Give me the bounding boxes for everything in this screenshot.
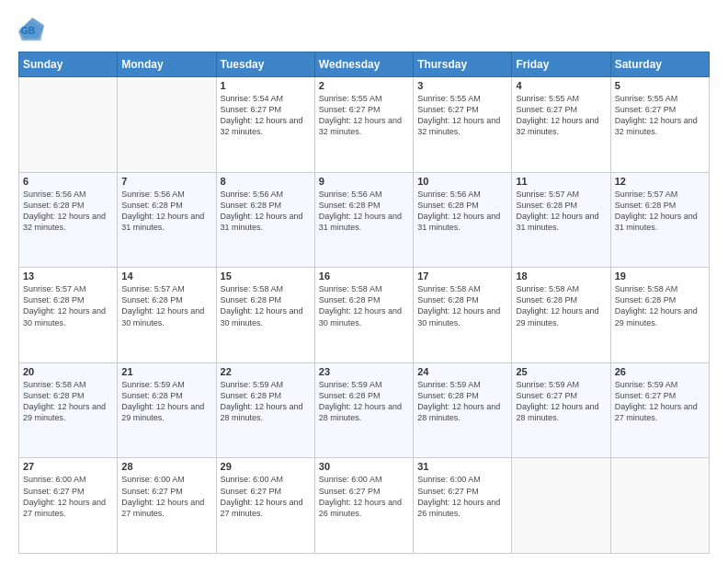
calendar-cell: 2Sunrise: 5:55 AMSunset: 6:27 PMDaylight… [314, 77, 413, 173]
day-info: Sunrise: 6:00 AMSunset: 6:27 PMDaylight:… [417, 474, 507, 519]
calendar-cell [610, 458, 709, 554]
calendar-cell: 21Sunrise: 5:59 AMSunset: 6:28 PMDayligh… [118, 362, 216, 458]
calendar-cell: 20Sunrise: 5:58 AMSunset: 6:28 PMDayligh… [19, 362, 118, 458]
day-number: 11 [516, 176, 606, 187]
calendar-cell: 31Sunrise: 6:00 AMSunset: 6:27 PMDayligh… [414, 458, 512, 554]
calendar-cell: 27Sunrise: 6:00 AMSunset: 6:27 PMDayligh… [19, 458, 118, 554]
day-number: 16 [319, 270, 409, 282]
day-number: 9 [319, 176, 409, 187]
weekday-header: Monday [118, 52, 216, 77]
calendar-cell: 10Sunrise: 5:56 AMSunset: 6:28 PMDayligh… [414, 172, 512, 268]
day-number: 2 [319, 80, 409, 91]
calendar-week-row: 1Sunrise: 5:54 AMSunset: 6:27 PMDaylight… [19, 77, 710, 173]
day-info: Sunrise: 5:55 AMSunset: 6:27 PMDaylight:… [417, 93, 507, 138]
day-info: Sunrise: 5:59 AMSunset: 6:28 PMDaylight:… [319, 379, 409, 424]
day-number: 30 [319, 461, 409, 472]
day-info: Sunrise: 5:57 AMSunset: 6:28 PMDaylight:… [23, 283, 113, 328]
day-number: 18 [516, 270, 606, 282]
day-info: Sunrise: 6:00 AMSunset: 6:27 PMDaylight:… [319, 474, 409, 519]
weekday-header: Wednesday [314, 52, 413, 77]
day-info: Sunrise: 5:55 AMSunset: 6:27 PMDaylight:… [319, 93, 409, 138]
calendar-week-row: 20Sunrise: 5:58 AMSunset: 6:28 PMDayligh… [19, 362, 710, 458]
calendar-cell: 18Sunrise: 5:58 AMSunset: 6:28 PMDayligh… [512, 268, 610, 363]
day-number: 12 [615, 176, 705, 187]
calendar-cell: 29Sunrise: 6:00 AMSunset: 6:27 PMDayligh… [216, 458, 314, 554]
calendar-cell: 8Sunrise: 5:56 AMSunset: 6:28 PMDaylight… [216, 172, 314, 268]
header: GB [18, 17, 710, 42]
day-info: Sunrise: 5:57 AMSunset: 6:28 PMDaylight:… [516, 189, 606, 234]
day-number: 25 [516, 366, 606, 377]
page: GB SundayMondayTuesdayWednesdayThursdayF… [0, 0, 728, 563]
day-number: 1 [221, 80, 311, 91]
calendar-cell: 23Sunrise: 5:59 AMSunset: 6:28 PMDayligh… [314, 362, 413, 458]
calendar-cell: 22Sunrise: 5:59 AMSunset: 6:28 PMDayligh… [216, 362, 314, 458]
day-info: Sunrise: 5:59 AMSunset: 6:28 PMDaylight:… [417, 379, 507, 424]
day-info: Sunrise: 5:59 AMSunset: 6:28 PMDaylight:… [221, 379, 311, 424]
day-info: Sunrise: 5:55 AMSunset: 6:27 PMDaylight:… [615, 93, 705, 138]
calendar-cell: 9Sunrise: 5:56 AMSunset: 6:28 PMDaylight… [314, 172, 413, 268]
calendar-cell: 1Sunrise: 5:54 AMSunset: 6:27 PMDaylight… [216, 77, 314, 173]
day-number: 4 [516, 80, 606, 91]
day-number: 10 [417, 176, 507, 187]
day-info: Sunrise: 5:56 AMSunset: 6:28 PMDaylight:… [319, 189, 409, 234]
day-number: 17 [417, 270, 507, 282]
calendar-week-row: 6Sunrise: 5:56 AMSunset: 6:28 PMDaylight… [19, 172, 710, 268]
calendar-cell: 30Sunrise: 6:00 AMSunset: 6:27 PMDayligh… [314, 458, 413, 554]
calendar-cell: 17Sunrise: 5:58 AMSunset: 6:28 PMDayligh… [414, 268, 512, 363]
day-info: Sunrise: 5:57 AMSunset: 6:28 PMDaylight:… [121, 283, 211, 328]
day-number: 28 [121, 461, 211, 472]
calendar-cell [512, 458, 610, 554]
calendar-cell [19, 77, 118, 173]
day-number: 8 [221, 176, 311, 187]
day-number: 15 [221, 270, 311, 282]
day-number: 22 [221, 366, 311, 377]
calendar-cell: 26Sunrise: 5:59 AMSunset: 6:27 PMDayligh… [610, 362, 709, 458]
day-info: Sunrise: 6:00 AMSunset: 6:27 PMDaylight:… [121, 474, 211, 519]
calendar-table: SundayMondayTuesdayWednesdayThursdayFrid… [18, 52, 710, 554]
weekday-header: Friday [512, 52, 610, 77]
weekday-header: Tuesday [216, 52, 314, 77]
day-number: 27 [23, 461, 113, 472]
calendar-cell: 7Sunrise: 5:56 AMSunset: 6:28 PMDaylight… [118, 172, 216, 268]
day-info: Sunrise: 6:00 AMSunset: 6:27 PMDaylight:… [23, 474, 113, 519]
weekday-row: SundayMondayTuesdayWednesdayThursdayFrid… [19, 52, 710, 77]
calendar-cell: 25Sunrise: 5:59 AMSunset: 6:27 PMDayligh… [512, 362, 610, 458]
day-info: Sunrise: 5:55 AMSunset: 6:27 PMDaylight:… [516, 93, 606, 138]
day-info: Sunrise: 5:56 AMSunset: 6:28 PMDaylight:… [23, 189, 113, 234]
calendar-cell: 28Sunrise: 6:00 AMSunset: 6:27 PMDayligh… [118, 458, 216, 554]
day-info: Sunrise: 5:58 AMSunset: 6:28 PMDaylight:… [516, 283, 606, 328]
weekday-header: Thursday [414, 52, 512, 77]
day-number: 29 [221, 461, 311, 472]
svg-text:GB: GB [21, 26, 35, 36]
calendar-header: SundayMondayTuesdayWednesdayThursdayFrid… [19, 52, 710, 77]
day-info: Sunrise: 5:59 AMSunset: 6:27 PMDaylight:… [615, 379, 705, 424]
day-info: Sunrise: 5:58 AMSunset: 6:28 PMDaylight:… [615, 283, 705, 328]
calendar-cell: 5Sunrise: 5:55 AMSunset: 6:27 PMDaylight… [610, 77, 709, 173]
calendar-week-row: 13Sunrise: 5:57 AMSunset: 6:28 PMDayligh… [19, 268, 710, 363]
day-info: Sunrise: 5:58 AMSunset: 6:28 PMDaylight:… [417, 283, 507, 328]
day-info: Sunrise: 5:58 AMSunset: 6:28 PMDaylight:… [319, 283, 409, 328]
day-info: Sunrise: 6:00 AMSunset: 6:27 PMDaylight:… [221, 474, 311, 519]
calendar-cell: 19Sunrise: 5:58 AMSunset: 6:28 PMDayligh… [610, 268, 709, 363]
day-info: Sunrise: 5:56 AMSunset: 6:28 PMDaylight:… [221, 189, 311, 234]
calendar-cell: 11Sunrise: 5:57 AMSunset: 6:28 PMDayligh… [512, 172, 610, 268]
day-info: Sunrise: 5:59 AMSunset: 6:28 PMDaylight:… [121, 379, 211, 424]
day-number: 21 [121, 366, 211, 377]
weekday-header: Saturday [610, 52, 709, 77]
day-number: 7 [121, 176, 211, 187]
day-info: Sunrise: 5:56 AMSunset: 6:28 PMDaylight:… [417, 189, 507, 234]
calendar-cell: 3Sunrise: 5:55 AMSunset: 6:27 PMDaylight… [414, 77, 512, 173]
day-info: Sunrise: 5:58 AMSunset: 6:28 PMDaylight:… [221, 283, 311, 328]
day-info: Sunrise: 5:58 AMSunset: 6:28 PMDaylight:… [23, 379, 113, 424]
day-number: 24 [417, 366, 507, 377]
day-number: 26 [615, 366, 705, 377]
day-number: 3 [417, 80, 507, 91]
calendar-cell: 14Sunrise: 5:57 AMSunset: 6:28 PMDayligh… [118, 268, 216, 363]
logo-icon: GB [18, 17, 44, 42]
calendar-cell: 6Sunrise: 5:56 AMSunset: 6:28 PMDaylight… [19, 172, 118, 268]
calendar-cell: 12Sunrise: 5:57 AMSunset: 6:28 PMDayligh… [610, 172, 709, 268]
day-info: Sunrise: 5:56 AMSunset: 6:28 PMDaylight:… [121, 189, 211, 234]
calendar-cell: 15Sunrise: 5:58 AMSunset: 6:28 PMDayligh… [216, 268, 314, 363]
day-info: Sunrise: 5:54 AMSunset: 6:27 PMDaylight:… [221, 93, 311, 138]
day-number: 20 [23, 366, 113, 377]
